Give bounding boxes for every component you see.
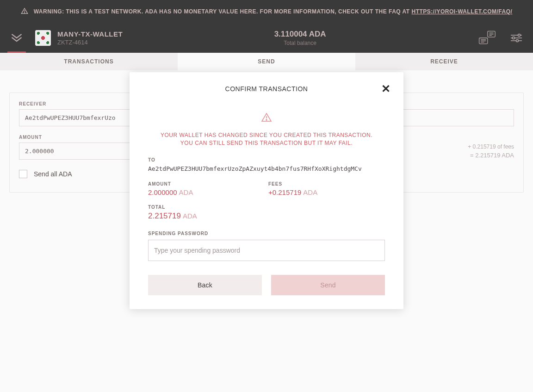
close-icon[interactable]: ✕ xyxy=(381,83,390,94)
to-address: Ae2tdPwUPEZ3HUU7bmfexrUzoZpAZxuyt4b4bn7f… xyxy=(148,165,385,172)
confirm-fees-label: FEES xyxy=(268,181,361,187)
confirm-total-value: 2.215719ADA xyxy=(148,212,385,221)
modal-backdrop: CONFIRM TRANSACTION ✕ YOUR WALLET HAS CH… xyxy=(0,0,533,392)
svg-point-11 xyxy=(266,119,267,120)
back-button[interactable]: Back xyxy=(148,275,262,295)
alert-triangle-icon xyxy=(143,112,390,123)
to-label: TO xyxy=(148,157,385,162)
modal-title: CONFIRM TRANSACTION xyxy=(143,85,390,93)
spending-password-input[interactable] xyxy=(148,240,385,261)
confirm-total-label: TOTAL xyxy=(148,205,385,210)
send-button[interactable]: Send xyxy=(271,275,385,295)
confirm-fees-value: +0.215719ADA xyxy=(268,188,361,196)
confirm-amount-value: 2.000000ADA xyxy=(148,188,241,196)
confirm-transaction-modal: CONFIRM TRANSACTION ✕ YOUR WALLET HAS CH… xyxy=(130,72,403,309)
wallet-changed-warning: YOUR WALLET HAS CHANGED SINCE YOU CREATE… xyxy=(143,131,390,147)
spending-password-label: SPENDING PASSWORD xyxy=(148,231,385,236)
confirm-amount-label: AMOUNT xyxy=(148,181,241,187)
